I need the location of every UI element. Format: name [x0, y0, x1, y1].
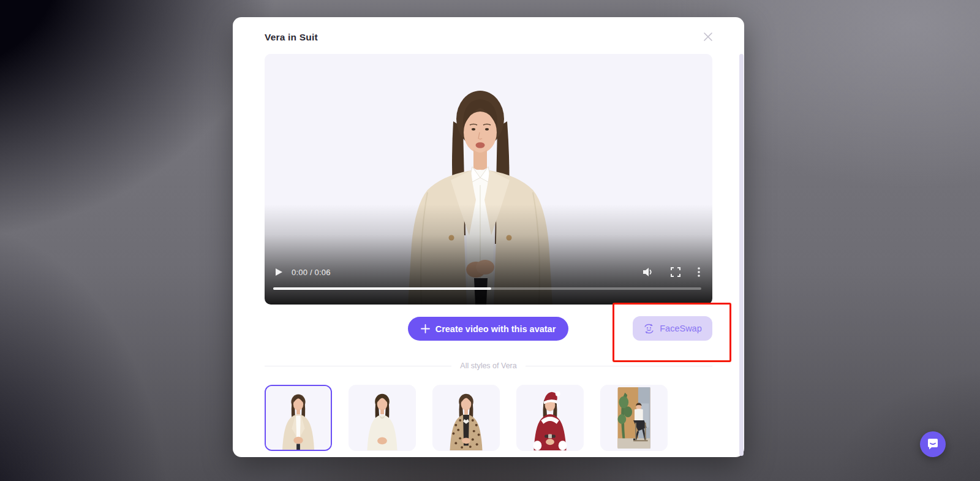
- play-button[interactable]: [274, 268, 283, 276]
- kebab-menu-icon: [698, 267, 700, 277]
- style-thumbnail-image: [349, 385, 415, 450]
- video-menu-button[interactable]: [698, 267, 700, 277]
- styles-divider: All styles of Vera: [265, 360, 712, 371]
- faceswap-icon: [643, 323, 655, 335]
- all-styles-label: All styles of Vera: [460, 362, 516, 370]
- video-seekbar[interactable]: [273, 287, 701, 290]
- fullscreen-button[interactable]: [671, 267, 680, 277]
- fullscreen-icon: [671, 267, 680, 277]
- video-player[interactable]: 0:00 / 0:06: [265, 54, 712, 305]
- divider-line: [526, 366, 712, 366]
- volume-icon: [643, 267, 654, 277]
- play-icon: [274, 268, 283, 276]
- plus-icon: [421, 324, 430, 333]
- create-video-label: Create video with this avatar: [435, 324, 556, 334]
- close-icon: [702, 31, 714, 43]
- modal-title: Vera in Suit: [265, 32, 318, 43]
- modal-scrollbar[interactable]: [739, 54, 744, 456]
- chat-launcher-button[interactable]: [920, 431, 946, 457]
- divider-line: [265, 366, 451, 366]
- style-thumbnail-office-sitting[interactable]: [600, 385, 668, 451]
- faceswap-label: FaceSwap: [660, 324, 702, 333]
- volume-button[interactable]: [643, 267, 654, 277]
- style-thumbnail-leopard-cardigan[interactable]: [432, 385, 500, 451]
- style-thumbnail-white-tee[interactable]: [349, 385, 416, 451]
- video-controls: 0:00 / 0:06: [265, 263, 712, 281]
- style-thumbnails: [265, 385, 668, 451]
- close-button[interactable]: [699, 28, 717, 46]
- style-thumbnail-santa-outfit[interactable]: [516, 385, 584, 451]
- video-time: 0:00 / 0:06: [292, 268, 331, 277]
- video-progress-fill: [273, 287, 491, 290]
- avatar-preview-modal: Vera in Suit: [233, 17, 744, 457]
- style-thumbnail-beige-suit[interactable]: [265, 385, 332, 451]
- style-thumbnail-image: [433, 385, 499, 450]
- chat-bubble-icon: [926, 437, 940, 451]
- faceswap-button[interactable]: FaceSwap: [633, 316, 712, 341]
- style-thumbnail-image: [266, 386, 331, 450]
- create-video-button[interactable]: Create video with this avatar: [408, 317, 568, 341]
- style-thumbnail-image: [601, 385, 667, 450]
- style-thumbnail-image: [517, 385, 583, 450]
